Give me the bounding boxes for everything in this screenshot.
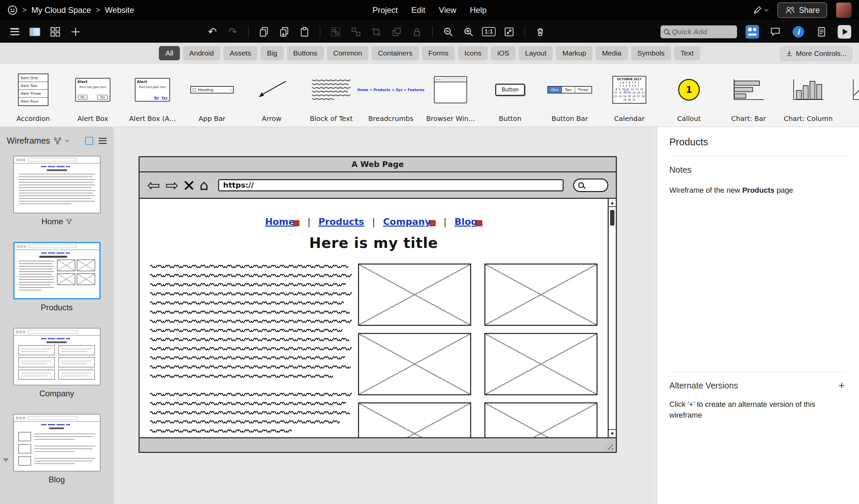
library-item-chart-column[interactable]: Chart: Column	[779, 66, 838, 127]
tab-android[interactable]: Android	[183, 46, 220, 60]
wireframe-item-blog[interactable]: Blog	[0, 414, 114, 484]
info-icon[interactable]: i	[790, 24, 806, 40]
page-title-text[interactable]: Here is my title	[139, 235, 608, 251]
more-controls-button[interactable]: More Controls...	[780, 46, 852, 61]
library-item-browser-window[interactable]: Browser Win...	[421, 66, 480, 127]
notes-icon[interactable]	[814, 24, 829, 40]
editor-canvas[interactable]: A Web Page ⇦ ⇨ ⌂ https:// Home | Product…	[114, 127, 657, 504]
library-item-calendar[interactable]: OCTOBER 2017 S M T W T F S 1 2 3 4 5 6 7…	[600, 66, 659, 127]
arrange-icon[interactable]	[389, 24, 404, 40]
wireframe-thumbnail-products[interactable]	[13, 242, 101, 300]
library-item-chart-line[interactable]: Cha	[838, 66, 859, 127]
page-nav-links[interactable]: Home | Products | Company | Blog	[139, 216, 608, 227]
tab-media[interactable]: Media	[596, 46, 628, 60]
tab-assets[interactable]: Assets	[223, 46, 257, 60]
alternates-icon[interactable]	[54, 137, 62, 145]
redo-icon[interactable]: ↷	[225, 24, 241, 40]
nav-link-blog[interactable]: Blog	[455, 216, 478, 227]
menu-edit[interactable]: Edit	[411, 5, 425, 15]
ui-library-toggle-icon[interactable]	[744, 24, 760, 40]
image-placeholder[interactable]	[484, 402, 598, 437]
delete-icon[interactable]	[532, 24, 548, 40]
tab-big[interactable]: Big	[260, 46, 284, 60]
tab-markup[interactable]: Markup	[556, 46, 592, 60]
list-view-icon[interactable]	[99, 138, 107, 144]
nav-link-home[interactable]: Home	[265, 216, 295, 227]
resize-grip-icon[interactable]	[604, 440, 613, 450]
add-wireframe-icon[interactable]	[68, 24, 83, 40]
wireframe-thumbnail-company[interactable]	[13, 328, 101, 385]
library-item-callout[interactable]: 1 Callout	[659, 66, 719, 127]
library-item-alert-box-alt[interactable]: Alert Alert text goes here No Yes Alert …	[123, 66, 182, 127]
thumbnail-view-icon[interactable]	[85, 137, 93, 145]
edit-mode-button[interactable]	[752, 5, 769, 15]
image-placeholder[interactable]	[358, 402, 471, 437]
image-placeholder[interactable]	[358, 333, 471, 395]
menu-view[interactable]: View	[439, 5, 456, 15]
undo-icon[interactable]: ↶	[205, 24, 220, 40]
share-button[interactable]: Share	[778, 2, 827, 18]
quick-add-input[interactable]	[672, 28, 734, 36]
nav-link-company[interactable]: Company	[383, 216, 431, 227]
tab-layout[interactable]: Layout	[518, 46, 553, 60]
duplicate-icon[interactable]	[276, 24, 292, 40]
scrollbar[interactable]: ▲ ▼	[608, 199, 616, 437]
tab-common[interactable]: Common	[327, 46, 368, 60]
notes-text[interactable]: Wireframe of the new Products page	[669, 185, 845, 196]
crop-icon[interactable]	[368, 24, 384, 40]
wireframe-thumbnail-home[interactable]	[13, 156, 101, 213]
tab-text[interactable]: Text	[674, 46, 700, 60]
tab-ios[interactable]: iOS	[491, 46, 515, 60]
panel-toggle-icon[interactable]	[27, 24, 43, 40]
hamburger-menu-icon[interactable]	[7, 24, 22, 40]
scroll-up-icon[interactable]: ▲	[609, 199, 616, 207]
ungroup-icon[interactable]	[348, 24, 364, 40]
nav-link-products[interactable]: Products	[318, 216, 364, 227]
library-item-button-bar[interactable]: One Two Three Button Bar	[540, 66, 600, 127]
image-placeholder[interactable]	[358, 263, 471, 326]
image-placeholder[interactable]	[484, 333, 598, 395]
wireframe-item-company[interactable]: Company	[0, 328, 114, 398]
browser-window-control[interactable]: A Web Page ⇦ ⇨ ⌂ https:// Home | Product…	[138, 156, 617, 453]
library-item-alert-box[interactable]: Alert Alert text goes here No Yes Alert …	[63, 66, 123, 127]
copy-icon[interactable]	[256, 24, 272, 40]
wireframe-item-products[interactable]: Products	[0, 242, 114, 312]
wireframe-item-home[interactable]: Home	[0, 156, 114, 226]
zoom-out-icon[interactable]	[440, 24, 456, 40]
library-item-block-of-text[interactable]: Block of Text	[301, 66, 361, 127]
scroll-down-icon[interactable]: ▼	[609, 429, 616, 437]
library-item-breadcrumbs[interactable]: Home > Products > Xyz > Features Breadcr…	[361, 66, 421, 127]
library-item-accordion[interactable]: Item One Item Two Item Three Item Four A…	[3, 66, 63, 127]
home-smiley-icon[interactable]	[7, 5, 18, 15]
grid-view-icon[interactable]	[47, 24, 63, 40]
tab-all[interactable]: All	[159, 46, 180, 60]
library-item-app-bar[interactable]: Heading › App Bar	[182, 66, 242, 127]
avatar[interactable]	[836, 2, 852, 18]
collapse-marker[interactable]	[3, 458, 9, 462]
chevron-down-icon[interactable]	[65, 140, 69, 142]
library-item-arrow[interactable]: Arrow	[242, 66, 301, 127]
image-placeholder[interactable]	[484, 263, 598, 326]
actual-size-button[interactable]: 1:1	[481, 24, 497, 40]
add-alternate-button[interactable]: +	[836, 380, 847, 391]
menu-project[interactable]: Project	[372, 5, 398, 15]
tab-buttons[interactable]: Buttons	[287, 46, 324, 60]
tab-icons[interactable]: Icons	[458, 46, 488, 60]
lock-icon[interactable]	[409, 24, 425, 40]
present-icon[interactable]	[837, 24, 852, 40]
scrollbar-thumb[interactable]	[610, 210, 615, 226]
tab-forms[interactable]: Forms	[422, 46, 455, 60]
comment-icon[interactable]	[768, 24, 783, 40]
group-icon[interactable]	[328, 24, 344, 40]
placeholder-text-block[interactable]	[150, 262, 353, 436]
paste-icon[interactable]	[297, 24, 312, 40]
tab-containers[interactable]: Containers	[372, 46, 419, 60]
zoom-fit-icon[interactable]	[501, 24, 517, 40]
wireframe-thumbnail-blog[interactable]	[13, 414, 101, 472]
zoom-in-icon[interactable]	[461, 24, 476, 40]
menu-help[interactable]: Help	[470, 5, 486, 15]
breadcrumb-project[interactable]: Website	[105, 5, 134, 15]
tab-symbols[interactable]: Symbols	[631, 46, 671, 60]
library-item-button[interactable]: Button Button	[480, 66, 540, 127]
library-item-chart-bar[interactable]: Chart: Bar	[719, 66, 779, 127]
